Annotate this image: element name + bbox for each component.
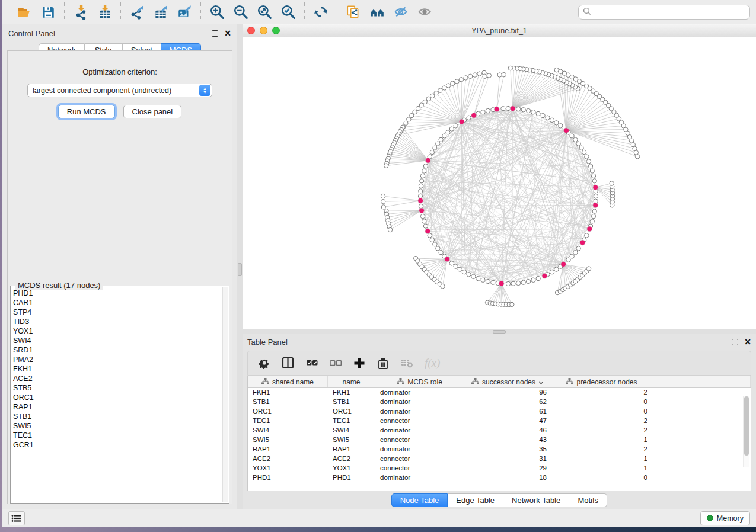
mcds-dominator-node[interactable] (459, 119, 464, 124)
network-node[interactable] (423, 224, 428, 228)
horizontal-splitter[interactable] (243, 329, 756, 334)
network-node[interactable] (467, 116, 471, 120)
network-node[interactable] (592, 209, 596, 213)
network-node[interactable] (486, 108, 490, 113)
mcds-result-item[interactable]: SWI4 (13, 336, 222, 345)
network-node[interactable] (591, 174, 595, 178)
network-node[interactable] (579, 146, 583, 150)
network-node[interactable] (442, 134, 446, 138)
mcds-result-item[interactable]: YOX1 (13, 326, 222, 336)
mcds-result-item[interactable]: STB5 (13, 383, 222, 393)
export-network-button[interactable] (128, 3, 146, 21)
network-node[interactable] (570, 254, 574, 258)
network-node[interactable] (506, 281, 510, 286)
network-node[interactable] (420, 174, 425, 178)
leaf-node[interactable] (455, 79, 459, 84)
tab-node-table[interactable]: Node Table (391, 493, 448, 507)
tab-edge-table[interactable]: Edge Table (448, 493, 503, 507)
network-node[interactable] (516, 281, 520, 285)
mcds-list-scrollbar[interactable] (222, 287, 228, 502)
mcds-dominator-node[interactable] (499, 281, 504, 286)
network-node[interactable] (573, 250, 578, 254)
network-node[interactable] (467, 273, 471, 277)
network-node[interactable] (582, 150, 586, 154)
network-node[interactable] (454, 264, 458, 268)
mcds-dominator-node[interactable] (580, 240, 585, 245)
leaf-node[interactable] (388, 227, 392, 232)
table-row[interactable]: SWI4SWI4dominator462 (248, 426, 751, 435)
show-all-button[interactable] (416, 3, 433, 21)
network-node[interactable] (590, 169, 594, 173)
table-row[interactable]: ACE2ACE2connector311 (248, 454, 751, 464)
mcds-result-item[interactable]: GCR1 (13, 440, 222, 450)
leaf-node[interactable] (459, 78, 463, 82)
network-node[interactable] (449, 261, 454, 265)
network-node[interactable] (423, 164, 428, 168)
mcds-dominator-node[interactable] (425, 229, 430, 234)
network-node[interactable] (454, 124, 458, 128)
network-node[interactable] (471, 274, 476, 278)
search-box[interactable] (578, 5, 750, 20)
network-node[interactable] (592, 179, 596, 183)
network-node[interactable] (516, 107, 520, 111)
mcds-result-item[interactable]: FKH1 (13, 364, 222, 374)
network-node[interactable] (531, 110, 535, 114)
network-node[interactable] (449, 127, 454, 131)
column-header-successor-nodes[interactable]: successor nodes (464, 376, 551, 387)
network-node[interactable] (422, 219, 426, 223)
network-node[interactable] (436, 246, 440, 251)
leaf-node[interactable] (442, 86, 446, 90)
gear-button[interactable] (259, 355, 270, 371)
close-window-icon[interactable] (247, 27, 255, 34)
leaf-node[interactable] (419, 103, 423, 107)
table-row[interactable]: SWI5SWI5connector431 (248, 435, 751, 445)
leaf-node[interactable] (586, 267, 591, 271)
network-graph[interactable] (243, 37, 755, 329)
network-node[interactable] (521, 108, 525, 112)
leaf-node[interactable] (404, 121, 408, 125)
leaf-node[interactable] (434, 91, 438, 95)
network-node[interactable] (430, 150, 434, 154)
network-node[interactable] (526, 108, 530, 113)
network-node[interactable] (419, 184, 423, 188)
network-node[interactable] (590, 219, 594, 223)
export-image-button[interactable] (176, 3, 193, 21)
table-row[interactable]: STB1STB1dominator620 (248, 398, 751, 407)
mcds-dominator-node[interactable] (510, 106, 515, 111)
table-row[interactable]: RAP1RAP1dominator352 (248, 445, 751, 454)
network-node[interactable] (536, 111, 540, 116)
network-node[interactable] (481, 110, 485, 114)
network-node[interactable] (559, 124, 563, 128)
leaf-node[interactable] (426, 97, 430, 101)
add-column-button[interactable] (353, 355, 365, 371)
mcds-dominator-node[interactable] (564, 128, 569, 133)
leaf-node[interactable] (410, 113, 414, 117)
open-file-button[interactable] (15, 3, 33, 21)
column-header-MCDS-role[interactable]: MCDS role (375, 376, 464, 387)
network-node[interactable] (546, 116, 550, 120)
network-node[interactable] (521, 280, 525, 284)
leaf-node[interactable] (483, 74, 487, 78)
leaf-node[interactable] (610, 181, 614, 185)
leaf-node[interactable] (381, 194, 385, 198)
network-node[interactable] (570, 134, 574, 138)
network-node[interactable] (420, 214, 425, 218)
network-node[interactable] (531, 278, 535, 282)
leaf-node[interactable] (384, 164, 388, 168)
mcds-result-item[interactable]: RAP1 (13, 402, 222, 412)
node-table[interactable]: shared namenameMCDS rolesuccessor nodesp… (247, 376, 751, 491)
leaf-node[interactable] (413, 110, 417, 114)
leaf-node[interactable] (635, 155, 639, 159)
leaf-node[interactable] (502, 72, 506, 76)
network-node[interactable] (422, 169, 426, 173)
mcds-dominator-node[interactable] (542, 273, 547, 278)
delete-column-button[interactable] (377, 355, 389, 371)
mcds-result-list[interactable]: PHD1CAR1STP4TID3YOX1SWI4SRD1PMA2FKH1ACE2… (13, 289, 222, 501)
mcds-dominator-node[interactable] (471, 113, 477, 118)
network-canvas[interactable] (243, 37, 756, 329)
network-node[interactable] (486, 279, 490, 283)
mcds-dominator-node[interactable] (425, 158, 430, 163)
mcds-dominator-node[interactable] (418, 198, 423, 203)
zoom-fit-button[interactable] (256, 3, 273, 21)
network-node[interactable] (506, 106, 510, 110)
